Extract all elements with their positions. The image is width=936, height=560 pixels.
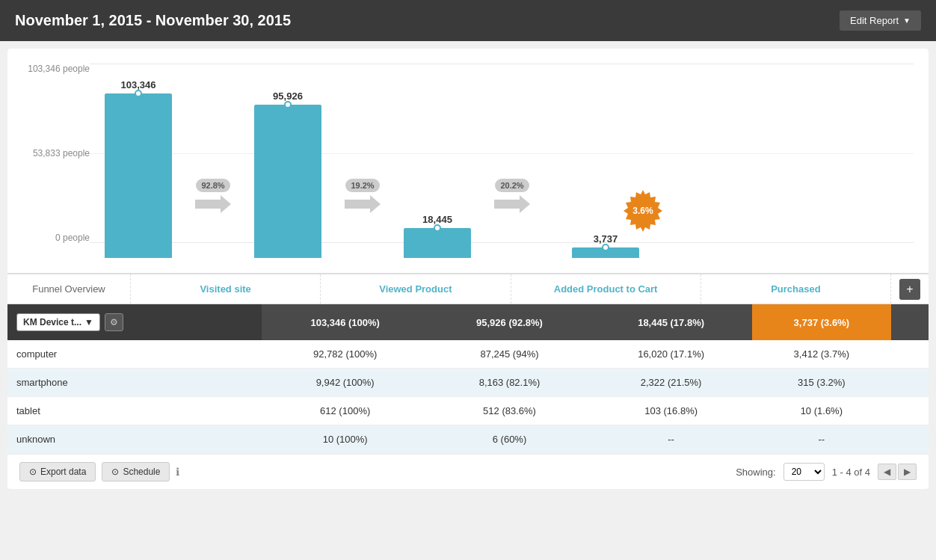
grid-line-top [90, 64, 914, 64]
table-header-col2: 95,926 (92.8%) [428, 304, 590, 340]
arrow-3: 20.2% [486, 179, 538, 213]
row-col3: 2,322 (21.5%) [591, 369, 752, 397]
bar-purchased: 3.6% 3,737 [538, 233, 673, 258]
row-extra [891, 369, 929, 397]
row-col1: 92,782 (100%) [262, 340, 429, 369]
bar-visited-site: 103,346 [90, 79, 187, 258]
edit-report-button[interactable]: Edit Report ▼ [840, 10, 921, 31]
row-col2: 87,245 (94%) [428, 340, 590, 369]
funnel-step-header-2[interactable]: Viewed Product [321, 274, 511, 304]
showing-label: Showing: [736, 467, 775, 478]
y-label-top: 103,346 people [22, 64, 90, 74]
table-row: smartphone 9,942 (100%) 8,163 (82.1%) 2,… [7, 369, 929, 397]
bar-dot-1 [135, 90, 142, 97]
bar-1 [105, 93, 172, 258]
showing-select[interactable]: 20 50 100 [783, 463, 825, 481]
bar-label-1: 103,346 [121, 79, 156, 90]
footer-right: Showing: 20 50 100 1 - 4 of 4 ◀ ▶ [736, 463, 917, 481]
device-name-cell: smartphone [7, 369, 262, 397]
arrow-1: 92.8% [187, 179, 239, 213]
row-col1: 9,942 (100%) [262, 369, 429, 397]
funnel-step-header-1[interactable]: Visited site [131, 274, 321, 304]
arrow-badge-1: 92.8% [196, 179, 230, 192]
caret-icon: ▼ [903, 16, 911, 25]
row-col4: 315 (3.2%) [752, 369, 891, 397]
arrow-svg-1 [195, 195, 231, 213]
bar-3 [404, 228, 471, 258]
bar-viewed-product: 95,926 [239, 90, 336, 258]
row-col3: -- [591, 425, 752, 454]
device-name-cell: computer [7, 340, 262, 369]
row-col4: 10 (1.6%) [752, 397, 891, 425]
funnel-overview-header: Funnel Overview [7, 274, 131, 304]
bars-container: 103,346 92.8% 95,926 [90, 79, 914, 258]
bar-label-3: 18,445 [422, 214, 452, 225]
bar-label-2: 95,926 [273, 90, 303, 102]
dropdown-caret-icon: ▼ [84, 317, 93, 327]
bar-4 [572, 247, 639, 258]
chart-area: 103,346 people 53,833 people 0 people 10… [7, 49, 929, 273]
next-page-button[interactable]: ▶ [898, 464, 917, 480]
bar-added-to-cart: 18,445 [389, 214, 486, 258]
table-row: tablet 612 (100%) 512 (83.6%) 103 (16.8%… [7, 397, 929, 425]
device-name-cell: tablet [7, 397, 262, 425]
gear-button[interactable]: ⚙ [105, 313, 123, 331]
bar-dot-3 [434, 224, 441, 232]
arrow-svg-2 [345, 195, 381, 213]
y-label-mid: 53,833 people [22, 148, 90, 159]
table-header-col1: 103,346 (100%) [262, 304, 429, 340]
row-col2: 8,163 (82.1%) [428, 369, 590, 397]
row-col4: 3,412 (3.7%) [752, 340, 891, 369]
schedule-button[interactable]: ⊙ Schedule [102, 462, 170, 481]
report-header: November 1, 2015 - November 30, 2015 Edi… [0, 0, 936, 41]
bar-label-4: 3,737 [594, 233, 618, 244]
footer-left: ⊙ Export data ⊙ Schedule ℹ [19, 462, 179, 481]
device-dropdown[interactable]: KM Device t... ▼ [16, 313, 100, 331]
table-row: computer 92,782 (100%) 87,245 (94%) 16,0… [7, 340, 929, 369]
funnel-headers: Funnel Overview Visited site Viewed Prod… [7, 273, 929, 304]
report-title: November 1, 2015 - November 30, 2015 [15, 12, 291, 29]
arrow-badge-2: 19.2% [345, 179, 379, 192]
arrow-2: 19.2% [336, 179, 389, 213]
table-header-extra [891, 304, 929, 340]
data-table: KM Device t... ▼ ⚙ 103,346 (100%) 95,926… [7, 304, 929, 454]
funnel-step-header-4[interactable]: Purchased [701, 274, 891, 304]
table-footer: ⊙ Export data ⊙ Schedule ℹ Showing: 20 5… [7, 454, 929, 489]
table-row: unknown 10 (100%) 6 (60%) -- -- [7, 425, 929, 454]
arrow-svg-3 [494, 195, 530, 213]
row-col3: 16,020 (17.1%) [591, 340, 752, 369]
orange-badge-container: 3.6% [621, 188, 665, 233]
row-extra [891, 425, 929, 454]
page-info: 1 - 4 of 4 [832, 467, 870, 478]
prev-page-button[interactable]: ◀ [878, 464, 896, 480]
info-icon[interactable]: ℹ [176, 466, 179, 478]
bar-dot-2 [284, 101, 292, 108]
row-col3: 103 (16.8%) [591, 397, 752, 425]
bar-2 [254, 105, 321, 258]
y-axis: 103,346 people 53,833 people 0 people [22, 64, 90, 243]
device-name-cell: unknown [7, 425, 262, 454]
row-col4: -- [752, 425, 891, 454]
export-icon: ⊙ [29, 467, 37, 477]
orange-badge-text: 3.6% [632, 206, 653, 216]
table-header-row: KM Device t... ▼ ⚙ 103,346 (100%) 95,926… [7, 304, 929, 340]
row-col2: 6 (60%) [428, 425, 590, 454]
device-selector: KM Device t... ▼ ⚙ [16, 313, 256, 331]
funnel-step-header-3[interactable]: Added Product to Cart [511, 274, 701, 304]
export-button[interactable]: ⊙ Export data [19, 462, 96, 481]
add-step-col: + [891, 274, 929, 304]
row-extra [891, 397, 929, 425]
add-step-button[interactable]: + [899, 279, 920, 300]
table-header-col3: 18,445 (17.8%) [591, 304, 752, 340]
arrow-badge-3: 20.2% [495, 179, 529, 192]
row-col1: 10 (100%) [262, 425, 429, 454]
pagination: ◀ ▶ [878, 464, 917, 480]
y-label-bottom: 0 people [22, 233, 90, 243]
row-col2: 512 (83.6%) [428, 397, 590, 425]
main-card: 103,346 people 53,833 people 0 people 10… [7, 49, 929, 489]
bar-dot-4 [602, 244, 609, 251]
table-header-col4: 3,737 (3.6%) [752, 304, 891, 340]
schedule-icon: ⊙ [111, 467, 119, 477]
row-extra [891, 340, 929, 369]
row-col1: 612 (100%) [262, 397, 429, 425]
